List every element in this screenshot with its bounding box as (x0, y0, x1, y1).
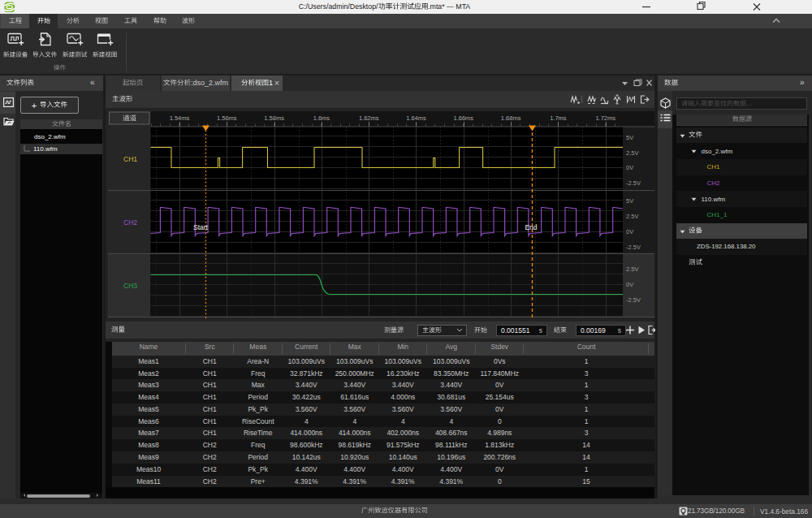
svg-text:0V: 0V (626, 164, 633, 171)
svg-text:1.7ms: 1.7ms (550, 114, 567, 122)
svg-text:5V: 5V (626, 197, 633, 205)
svg-text:-2.5V: -2.5V (626, 244, 641, 251)
svg-text:1.72ms: 1.72ms (595, 114, 615, 122)
svg-text:1.58ms: 1.58ms (264, 114, 284, 122)
svg-text:2.5V: 2.5V (626, 213, 638, 220)
svg-text:0V: 0V (626, 281, 633, 288)
svg-text:CH2: CH2 (123, 218, 137, 227)
svg-text:-2.5V: -2.5V (626, 179, 641, 187)
svg-text:2.5V: 2.5V (626, 149, 638, 157)
svg-text:1.56ms: 1.56ms (217, 114, 237, 122)
svg-text:-2.5V: -2.5V (626, 296, 641, 304)
svg-text:5V: 5V (626, 134, 633, 141)
svg-text:1.66ms: 1.66ms (453, 114, 473, 122)
svg-text:1.54ms: 1.54ms (170, 114, 190, 122)
svg-text:CH3: CH3 (123, 282, 137, 290)
svg-text:Start: Start (193, 223, 209, 231)
svg-text:CH1: CH1 (123, 155, 137, 163)
svg-text:0V: 0V (626, 228, 633, 235)
svg-text:1.62ms: 1.62ms (359, 114, 379, 122)
svg-text:1.6ms: 1.6ms (313, 114, 330, 122)
svg-text:End: End (525, 223, 537, 231)
svg-text:1.68ms: 1.68ms (501, 114, 521, 122)
svg-text:1.64ms: 1.64ms (406, 114, 426, 122)
svg-text:2.5V: 2.5V (626, 265, 638, 273)
